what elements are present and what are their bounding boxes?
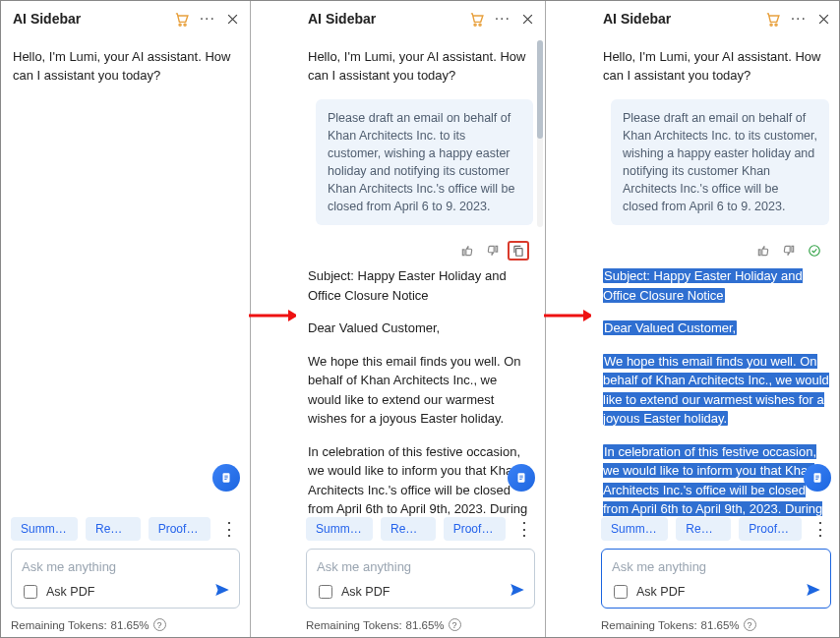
reply-paragraph-2: In celebration of this festive occasion,… (308, 442, 533, 517)
remaining-tokens-label: Remaining Tokens: (601, 619, 697, 631)
svg-rect-14 (519, 479, 521, 480)
doc-fab-button[interactable] (508, 464, 535, 492)
user-message: Please draft an email on behalf of Khan … (611, 99, 829, 226)
help-icon[interactable]: ? (153, 618, 166, 631)
panel-title: AI Sidebar (13, 11, 173, 27)
thumbs-down-icon[interactable] (778, 241, 800, 261)
panel-header: AI Sidebar ··· (296, 1, 545, 36)
sidebar-panel-3: AI Sidebar ··· Hello, I'm Lumi, your AI … (591, 1, 840, 637)
reply-paragraph-2: In celebration of this festive occasion,… (603, 444, 825, 517)
svg-rect-21 (815, 476, 819, 477)
send-icon[interactable] (213, 581, 231, 602)
chip-rewrite[interactable]: Rewrite (676, 517, 731, 541)
svg-rect-13 (519, 477, 523, 478)
suggestion-chips: Summar... Rewrite Proofre... ⋮ (591, 517, 840, 549)
arrow-gap-1 (251, 1, 296, 637)
chip-proofread[interactable]: Proofre... (444, 517, 506, 541)
chat-input-box: Ask PDF (11, 549, 240, 609)
remaining-tokens-value: 81.65% (111, 619, 150, 631)
cart-icon[interactable] (173, 11, 190, 28)
footer-status: Remaining Tokens: 81.65% ? (591, 614, 840, 637)
footer-status: Remaining Tokens: 81.65% ? (296, 614, 545, 637)
send-icon[interactable] (805, 581, 822, 602)
suggestion-chips: Summar... Rewrite Proofre... ⋮ (1, 517, 250, 549)
chip-rewrite[interactable]: Rewrite (381, 517, 436, 541)
close-icon[interactable] (225, 12, 240, 27)
reply-paragraph-1: We hope this email finds you well. On be… (308, 352, 533, 429)
scrollbar-thumb[interactable] (537, 40, 543, 139)
close-icon[interactable] (816, 12, 831, 27)
reply-paragraph-1: We hope this email finds you well. On be… (603, 354, 829, 427)
copy-icon[interactable] (508, 241, 529, 261)
close-icon[interactable] (520, 12, 535, 27)
thumbs-up-icon[interactable] (752, 241, 774, 261)
svg-point-8 (474, 24, 476, 26)
ask-pdf-checkbox[interactable] (319, 585, 332, 599)
svg-point-0 (179, 24, 181, 26)
scrollbar-track[interactable] (537, 40, 543, 227)
ask-pdf-toggle[interactable]: Ask PDF (315, 582, 390, 602)
help-icon[interactable]: ? (744, 618, 756, 631)
chip-summarize[interactable]: Summar... (306, 517, 373, 541)
cart-icon[interactable] (764, 11, 781, 28)
reply-subject: Subject: Happy Easter Holiday and Office… (603, 268, 803, 303)
svg-rect-5 (224, 479, 226, 480)
user-message: Please draft an email on behalf of Khan … (316, 99, 533, 226)
sidebar-panel-1: AI Sidebar ··· Hello, I'm Lumi, your AI … (1, 1, 251, 637)
assistant-greeting: Hello, I'm Lumi, your AI assistant. How … (13, 48, 238, 86)
svg-rect-3 (224, 476, 228, 477)
ask-pdf-toggle[interactable]: Ask PDF (20, 582, 94, 602)
cart-icon[interactable] (468, 11, 485, 28)
send-icon[interactable] (509, 581, 526, 602)
messages-area: Hello, I'm Lumi, your AI assistant. How … (296, 36, 545, 517)
copy-success-icon[interactable] (804, 241, 825, 261)
remaining-tokens-value: 81.65% (406, 619, 445, 631)
sidebar-panel-2: AI Sidebar ··· Hello, I'm Lumi, your AI … (296, 1, 546, 637)
svg-rect-22 (815, 477, 819, 478)
ask-pdf-label: Ask PDF (341, 585, 390, 599)
more-vertical-icon[interactable]: ⋮ (218, 520, 240, 538)
footer-status: Remaining Tokens: 81.65% ? (1, 614, 250, 637)
messages-area: Hello, I'm Lumi, your AI assistant. How … (591, 36, 840, 517)
chat-input-box: Ask PDF (306, 549, 535, 609)
svg-rect-4 (224, 477, 228, 478)
panel-title: AI Sidebar (308, 11, 468, 27)
ask-pdf-checkbox[interactable] (24, 585, 37, 599)
chat-input-box: Ask PDF (601, 549, 831, 609)
assistant-greeting: Hello, I'm Lumi, your AI assistant. How … (308, 48, 533, 86)
more-icon[interactable]: ··· (495, 11, 510, 27)
svg-point-1 (184, 24, 186, 26)
suggestion-chips: Summar... Rewrite Proofre... ⋮ (296, 517, 545, 549)
chip-summarize[interactable]: Summar... (11, 517, 78, 541)
panel-header: AI Sidebar ··· (591, 1, 840, 36)
chip-proofread[interactable]: Proofre... (739, 517, 802, 541)
feedback-row (316, 239, 533, 266)
thumbs-up-icon[interactable] (456, 241, 478, 261)
doc-fab-button[interactable] (804, 464, 831, 492)
ask-pdf-label: Ask PDF (46, 585, 94, 599)
reply-subject: Subject: Happy Easter Holiday and Office… (308, 266, 533, 305)
ask-pdf-toggle[interactable]: Ask PDF (610, 582, 685, 602)
more-icon[interactable]: ··· (200, 11, 215, 27)
ask-pdf-label: Ask PDF (636, 585, 685, 599)
feedback-row (611, 239, 829, 266)
ask-pdf-checkbox[interactable] (614, 585, 628, 599)
help-icon[interactable]: ? (449, 618, 461, 631)
panel-title: AI Sidebar (603, 11, 764, 27)
remaining-tokens-value: 81.65% (701, 619, 740, 631)
chip-rewrite[interactable]: Rewrite (86, 517, 141, 541)
chip-summarize[interactable]: Summar... (601, 517, 668, 541)
svg-rect-12 (519, 476, 523, 477)
thumbs-down-icon[interactable] (482, 241, 504, 261)
messages-area: Hello, I'm Lumi, your AI assistant. How … (1, 36, 250, 517)
more-vertical-icon[interactable]: ⋮ (810, 520, 831, 538)
more-icon[interactable]: ··· (791, 11, 807, 27)
remaining-tokens-label: Remaining Tokens: (306, 619, 402, 631)
more-vertical-icon[interactable]: ⋮ (513, 520, 535, 538)
svg-point-9 (479, 24, 481, 26)
doc-fab-button[interactable] (212, 464, 240, 492)
assistant-greeting: Hello, I'm Lumi, your AI assistant. How … (603, 48, 829, 86)
svg-rect-10 (516, 249, 522, 257)
svg-point-17 (770, 24, 772, 26)
chip-proofread[interactable]: Proofre... (149, 517, 210, 541)
